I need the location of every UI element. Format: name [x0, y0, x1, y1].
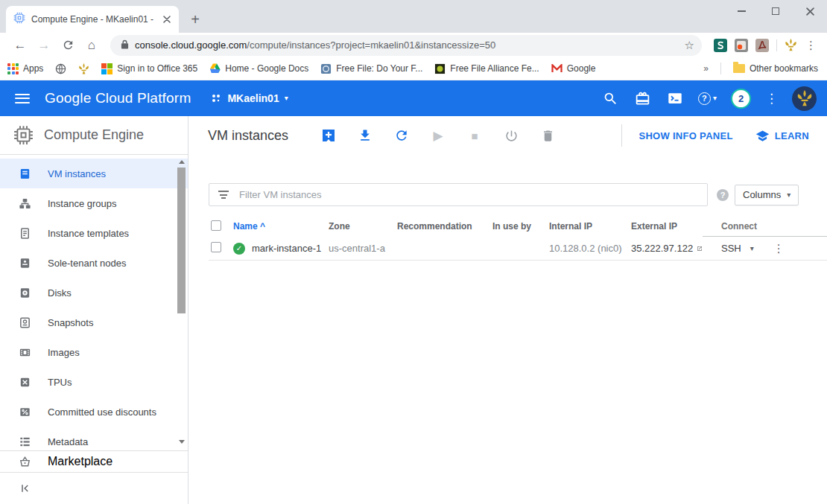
browser-tab[interactable]: Compute Engine - MKaelin01 - G — [6, 6, 179, 33]
sidebar-item-label: TPUs — [48, 377, 72, 388]
sidebar-item-instance-templates[interactable]: Instance templates — [0, 218, 188, 248]
sidebar-item-images[interactable]: Images — [0, 337, 188, 367]
instance-external-ip: 35.222.97.122 — [631, 243, 693, 254]
filter-help-icon[interactable]: ? — [717, 189, 729, 201]
extension-fleur-icon[interactable] — [785, 39, 798, 52]
gcp-more-menu-icon[interactable]: ⋮ — [765, 92, 778, 105]
ssh-button[interactable]: SSH ▾ — [721, 243, 754, 254]
instance-name-link[interactable]: mark-instance-1 — [252, 243, 321, 254]
extension-orange-icon[interactable] — [735, 39, 748, 52]
metadata-icon — [18, 435, 31, 448]
column-header-name[interactable]: Name ^ — [233, 221, 329, 232]
filter-vm-instances-input[interactable] — [239, 189, 700, 200]
home-button[interactable]: ⌂ — [82, 36, 101, 55]
bookmark-star-icon[interactable]: ☆ — [685, 39, 694, 52]
secure-lock-icon — [121, 39, 129, 52]
sort-asc-icon: ^ — [260, 221, 265, 232]
bookmark-free-file[interactable]: Free File: Do Your F... — [320, 63, 422, 74]
bookmark-free-file-alliance[interactable]: Free File Alliance Fe... — [434, 63, 539, 74]
scrollbar-thumb[interactable] — [177, 168, 186, 313]
scroll-up-icon[interactable] — [177, 157, 186, 166]
start-vm-button: ▶ — [429, 127, 447, 144]
tab-title: Compute Engine - MKaelin01 - G — [31, 14, 155, 25]
product-header: Compute Engine — [0, 116, 188, 155]
sidebar-item-vm-instances[interactable]: VM instances — [0, 159, 188, 188]
bookmark-fleur[interactable] — [78, 63, 89, 74]
help-menu[interactable]: ? ▾ — [698, 92, 717, 105]
compute-engine-icon — [13, 125, 34, 145]
window-maximize-button[interactable] — [758, 0, 793, 22]
account-avatar[interactable] — [792, 86, 817, 111]
gift-icon[interactable] — [634, 89, 652, 107]
window-close-button[interactable] — [793, 0, 827, 22]
import-vm-button[interactable] — [356, 127, 374, 144]
sidebar-item-disks[interactable]: Disks — [0, 278, 188, 307]
filter-box[interactable] — [209, 183, 708, 206]
chevron-down-icon: ▾ — [285, 95, 288, 102]
filter-icon — [218, 191, 229, 199]
sidebar-collapse-button[interactable] — [0, 473, 188, 504]
new-tab-button[interactable]: + — [185, 9, 206, 30]
bookmark-label: Google — [567, 63, 596, 74]
back-button[interactable]: ← — [10, 36, 30, 55]
sidebar-item-label: VM instances — [48, 168, 106, 179]
sidebar-item-tpus[interactable]: TPUs — [0, 367, 188, 397]
sidebar-scrollbar[interactable] — [177, 157, 186, 446]
learn-button[interactable]: LEARN — [755, 129, 809, 143]
browser-window: Compute Engine - MKaelin01 - G + ← → ⌂ c… — [0, 0, 827, 504]
sidebar-item-instance-groups[interactable]: Instance groups — [0, 188, 188, 218]
gcp-brand[interactable]: Google Cloud Platform — [45, 90, 191, 106]
open-in-new-icon[interactable] — [697, 244, 703, 253]
stop-vm-button: ■ — [466, 127, 484, 144]
column-header-zone[interactable]: Zone — [329, 221, 397, 232]
column-header-internal-ip[interactable]: Internal IP — [549, 221, 631, 232]
nav-menu-icon[interactable] — [15, 94, 30, 103]
columns-button[interactable]: Columns ▾ — [735, 185, 799, 205]
search-icon[interactable] — [602, 89, 620, 107]
table-row[interactable]: ✓ mark-instance-1 us-central1-a 10.128.0… — [209, 237, 827, 261]
column-header-in-use-by[interactable]: In use by — [492, 221, 549, 232]
extension-s-icon[interactable] — [714, 39, 727, 52]
sidebar-item-committed-use-discounts[interactable]: Committed use discounts — [0, 397, 188, 427]
window-minimize-button[interactable] — [724, 0, 758, 22]
select-all-checkbox[interactable] — [211, 220, 221, 231]
bookmarks-separator — [720, 63, 721, 74]
show-info-panel-button[interactable]: SHOW INFO PANEL — [639, 130, 732, 141]
product-title: Compute Engine — [44, 127, 144, 143]
apps-shortcut[interactable]: Apps — [7, 63, 43, 74]
reload-button[interactable] — [58, 36, 77, 55]
forward-button[interactable]: → — [34, 36, 54, 55]
bookmark-office365[interactable]: Sign in to Office 365 — [101, 63, 197, 74]
notifications-badge[interactable]: 2 — [731, 89, 751, 109]
create-instance-button[interactable] — [320, 127, 338, 144]
other-bookmarks[interactable]: Other bookmarks — [733, 63, 818, 74]
sidebar-item-snapshots[interactable]: Snapshots — [0, 307, 188, 337]
compute-engine-favicon-icon — [13, 12, 25, 27]
column-header-external-ip[interactable]: External IP — [631, 221, 703, 232]
extensions-separator — [776, 39, 777, 51]
sidebar-item-marketplace[interactable]: Marketplace — [0, 450, 188, 473]
extension-pdf-icon[interactable] — [755, 39, 769, 52]
sidebar-item-label: Images — [48, 347, 80, 358]
disks-icon — [18, 286, 31, 299]
bookmark-globe[interactable] — [55, 63, 66, 74]
row-more-actions-icon[interactable]: ⋮ — [773, 242, 785, 255]
column-header-recommendation[interactable]: Recommendation — [397, 221, 492, 232]
refresh-button[interactable] — [393, 127, 411, 144]
table-header-row: Name ^ Zone Recommendation In use by Int… — [209, 216, 827, 237]
address-bar[interactable]: console.cloud.google.com/compute/instanc… — [110, 35, 702, 56]
sidebar-item-label: Sole-tenant nodes — [48, 258, 127, 269]
tab-close-icon[interactable] — [161, 13, 173, 25]
status-running-icon: ✓ — [233, 243, 245, 255]
sidebar-item-sole-tenant-nodes[interactable]: Sole-tenant nodes — [0, 248, 188, 278]
instance-internal-ip: 10.128.0.2 (nic0) — [549, 243, 631, 254]
project-switcher[interactable]: MKaelin01 ▾ — [210, 92, 288, 104]
browser-menu-icon[interactable]: ⋮ — [805, 39, 817, 51]
row-checkbox[interactable] — [211, 242, 221, 252]
cloud-shell-icon[interactable] — [666, 89, 684, 107]
scroll-down-icon[interactable] — [177, 437, 186, 446]
bookmark-google-docs[interactable]: Home - Google Docs — [209, 63, 308, 74]
bookmark-google[interactable]: Google — [551, 63, 596, 74]
other-bookmarks-label: Other bookmarks — [750, 63, 818, 74]
bookmarks-overflow-chevron[interactable]: » — [703, 63, 709, 74]
